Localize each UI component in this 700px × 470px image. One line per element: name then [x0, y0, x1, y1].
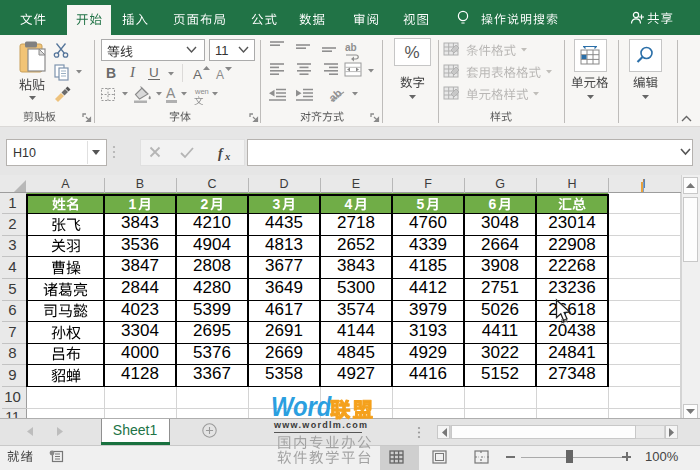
svg-text:ab: ab — [326, 86, 344, 104]
